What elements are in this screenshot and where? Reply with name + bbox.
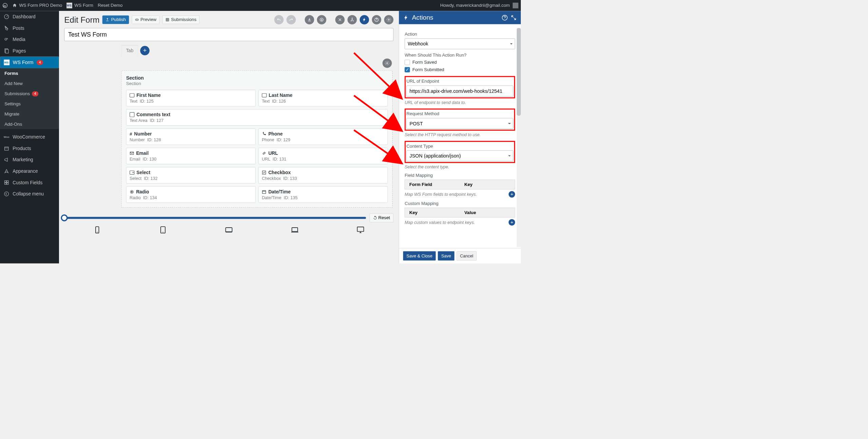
submenu-addons[interactable]: Add-Ons: [0, 119, 59, 129]
field-card[interactable]: Date/TimeDate/Time ID: 135: [258, 186, 388, 203]
action-select[interactable]: Webhook: [405, 38, 515, 49]
field-card[interactable]: RadioRadio ID: 134: [126, 186, 256, 203]
menu-woocommerce[interactable]: WooWooCommerce: [0, 131, 59, 143]
svg-point-16: [351, 21, 351, 21]
breakpoint-slider[interactable]: [64, 217, 366, 219]
device-laptop-icon[interactable]: [291, 226, 299, 234]
submenu-migrate[interactable]: Migrate: [0, 109, 59, 119]
request-method-select[interactable]: POST: [407, 118, 513, 129]
svg-point-17: [353, 21, 353, 21]
svg-rect-31: [292, 228, 298, 231]
wp-logo[interactable]: [2, 3, 8, 8]
section-settings-button[interactable]: [382, 59, 392, 68]
redo-button[interactable]: [287, 15, 296, 24]
add-custommapping-button[interactable]: +: [509, 219, 515, 226]
preview-button[interactable]: Preview: [132, 16, 160, 24]
field-header: Phone: [262, 131, 384, 137]
url-endpoint-input[interactable]: [407, 86, 513, 97]
svg-point-2: [5, 38, 7, 40]
field-card[interactable]: Last NameText ID: 126: [258, 90, 388, 106]
checkbox-form-saved[interactable]: Form Saved: [405, 60, 515, 65]
field-header: Radio: [130, 189, 252, 194]
publish-button[interactable]: Publish: [102, 16, 129, 24]
site-home[interactable]: WS Form PRO Demo: [12, 3, 62, 8]
main-content: Edit Form Publish Preview Submissions Ta…: [59, 11, 399, 263]
undo-button[interactable]: [274, 15, 284, 24]
help-button[interactable]: [372, 15, 381, 24]
menu-dashboard[interactable]: Dashboard: [0, 11, 59, 22]
svg-rect-7: [7, 181, 8, 182]
custommapping-header: Key Value: [405, 208, 515, 217]
menu-products[interactable]: Products: [0, 143, 59, 154]
device-desktop-icon[interactable]: [357, 226, 364, 234]
content-type-select[interactable]: JSON (application/json): [407, 150, 513, 161]
woo-icon: Woo: [4, 134, 9, 140]
menu-collapse[interactable]: Collapse menu: [0, 188, 59, 200]
panel-scrollbar[interactable]: [517, 28, 521, 247]
wsform-bar-link[interactable]: WS:WS Form: [66, 3, 93, 8]
field-card[interactable]: ▾SelectSelect ID: 132: [126, 167, 256, 184]
menu-customfields[interactable]: Custom Fields: [0, 177, 59, 188]
actions-button[interactable]: [360, 15, 369, 24]
settings-button[interactable]: [384, 15, 394, 24]
submissions-badge: 4: [32, 91, 38, 96]
submenu-submissions[interactable]: Submissions4: [0, 89, 59, 99]
field-label: Email: [136, 150, 149, 156]
cancel-button[interactable]: Cancel: [456, 251, 477, 261]
section-subtitle: Section: [126, 81, 388, 86]
device-tablet-landscape-icon[interactable]: [225, 226, 233, 234]
add-fieldmapping-button[interactable]: +: [509, 191, 515, 197]
menu-posts[interactable]: Posts: [0, 22, 59, 34]
conditional-button[interactable]: [348, 15, 357, 24]
save-button[interactable]: Save: [438, 251, 454, 261]
panel-help-icon[interactable]: [502, 15, 508, 21]
form-name-input[interactable]: [64, 28, 394, 41]
device-mobile-icon[interactable]: [93, 226, 101, 234]
import-button[interactable]: [305, 15, 314, 24]
reset-demo-link[interactable]: Reset Demo: [98, 3, 122, 8]
device-toggles: [64, 222, 394, 235]
field-card[interactable]: PhonePhone ID: 129: [258, 128, 388, 145]
field-header: Email: [130, 150, 252, 156]
slider-thumb[interactable]: [61, 214, 67, 221]
menu-media[interactable]: Media: [0, 34, 59, 45]
submenu-settings[interactable]: Settings: [0, 99, 59, 109]
fieldmapping-hint: Map WS Form fields to endpoint keys.: [405, 192, 507, 196]
menu-pages[interactable]: Pages: [0, 45, 59, 57]
device-tablet-portrait-icon[interactable]: [159, 226, 167, 234]
add-tab-button[interactable]: +: [140, 46, 150, 56]
scrollbar-thumb[interactable]: [517, 28, 521, 116]
reset-slider-button[interactable]: Reset: [370, 213, 393, 222]
field-card[interactable]: CheckboxCheckbox ID: 133: [258, 167, 388, 184]
field-label: Date/Time: [268, 189, 291, 194]
action-label: Action: [405, 32, 515, 37]
tools-button[interactable]: [335, 15, 345, 24]
menu-appearance[interactable]: Appearance: [0, 165, 59, 177]
field-card[interactable]: Comments textText Area ID: 127: [126, 109, 388, 126]
howdy-text[interactable]: Howdy, maverickandrii@gmail.com: [440, 3, 510, 8]
field-card[interactable]: #NumberNumber ID: 128: [126, 128, 256, 145]
menu-marketing[interactable]: Marketing: [0, 154, 59, 166]
tab-item[interactable]: Tab: [121, 45, 138, 56]
actions-title: Actions: [412, 14, 499, 21]
avatar[interactable]: [513, 3, 518, 8]
field-label: Comments text: [137, 112, 171, 117]
field-card[interactable]: EmailEmail ID: 130: [126, 148, 256, 164]
site-name: WS Form PRO Demo: [19, 3, 62, 8]
submissions-button[interactable]: Submissions: [162, 16, 200, 24]
export-button[interactable]: [317, 15, 327, 24]
ctype-hint: Select the content type.: [405, 165, 515, 169]
menu-wsform[interactable]: WS:WS Form4: [0, 57, 59, 68]
custommapping-label: Custom Mapping: [405, 201, 515, 206]
submenu-addnew[interactable]: Add New: [0, 79, 59, 89]
actions-panel: Actions Action Webhook When Should This …: [399, 11, 521, 263]
svg-rect-9: [7, 183, 8, 185]
request-method-group: Request Method POST: [405, 108, 515, 130]
field-card[interactable]: URLURL ID: 131: [258, 148, 388, 164]
field-meta: Date/Time ID: 135: [262, 195, 384, 200]
field-card[interactable]: First NameText ID: 125: [126, 90, 256, 106]
submenu-forms[interactable]: Forms: [0, 68, 59, 79]
checkbox-form-submitted[interactable]: ✓Form Submitted: [405, 67, 515, 72]
save-close-button[interactable]: Save & Close: [403, 251, 436, 261]
panel-expand-icon[interactable]: [511, 15, 517, 21]
